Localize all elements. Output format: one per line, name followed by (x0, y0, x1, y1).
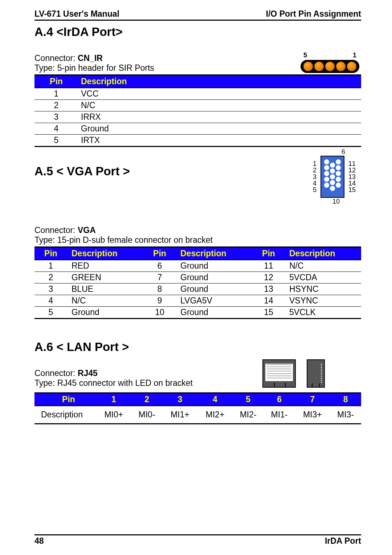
pin-icon (336, 159, 341, 164)
page-header: LV-671 User's Manual I/O Port Pin Assign… (34, 9, 361, 19)
col-pin: Pin (252, 247, 285, 260)
col-pin: 7 (295, 393, 330, 406)
col-spacer (169, 75, 361, 88)
col-pin: 5 (233, 393, 264, 406)
row-desc-label: Description (34, 406, 96, 424)
pin-icon (324, 183, 329, 188)
col-pin-label: Pin (34, 393, 96, 406)
irda-connector-body (301, 60, 359, 73)
table-row: Description MI0+ MI0- MI1+ MI2+ MI2- MI1… (34, 406, 361, 424)
pin-icon (336, 165, 341, 170)
vga-pin-label: 13 (348, 174, 356, 180)
vga-pin-label: 2 (313, 167, 317, 174)
pin-icon (324, 177, 329, 182)
irda-pin-label-5: 5 (303, 52, 307, 59)
col-desc: Description (285, 247, 361, 260)
col-pin: 4 (197, 393, 233, 406)
vga-pin-label: 4 (313, 180, 317, 187)
irda-pin-label-1: 1 (353, 52, 356, 59)
table-row: 3BLUE8Ground13HSYNC (34, 283, 361, 295)
col-pin: 8 (330, 393, 361, 406)
header-right: I/O Port Pin Assignment (266, 9, 361, 19)
col-desc: Description (78, 75, 169, 88)
irda-pin-table: Pin Description 1VCC 2N/C 3IRRX 4Ground … (34, 74, 361, 147)
col-desc: Description (176, 247, 252, 260)
vga-pin-label: 3 (313, 174, 317, 180)
vga-pin-label: 1 (313, 160, 317, 167)
vga-pin-label-6: 6 (313, 148, 356, 156)
page-footer: 48 IrDA Port (34, 534, 361, 546)
vga-connector-body (320, 156, 344, 198)
col-pin: 2 (131, 393, 163, 406)
vga-pin-table: Pin Description Pin Description Pin Desc… (34, 246, 361, 319)
col-desc: Description (67, 247, 143, 260)
a5-type-line: Type: 15-pin D-sub female connector on b… (34, 235, 361, 245)
lan-pin-table: Pin 1 2 3 4 5 6 7 8 Description MI0+ MI0… (34, 392, 361, 424)
pin-icon (324, 171, 329, 176)
vga-pin-label: 11 (348, 160, 356, 167)
header-rule (34, 20, 361, 21)
table-row: 3IRRX (34, 111, 361, 123)
pin-icon (336, 183, 341, 188)
table-row: 5Ground10Ground155VCLK (34, 307, 361, 319)
vga-pin-label: 14 (348, 180, 356, 187)
rj45-jack-icon (262, 359, 296, 388)
irda-connector-diagram: 5 1 (301, 52, 359, 73)
section-a6-title: A.6 < LAN Port > (34, 340, 361, 354)
pin-icon (330, 174, 335, 179)
vga-pin-label-10: 10 (313, 198, 356, 205)
section-a5-title: A.5 < VGA Port > (34, 164, 361, 178)
vga-pin-label: 15 (348, 187, 356, 193)
rj45-jack-icon (307, 359, 325, 388)
col-pin: 3 (162, 393, 197, 406)
pin-icon (325, 62, 335, 71)
table-row: 2N/C (34, 100, 361, 111)
vga-connector-diagram: 6 1 2 3 4 5 (313, 148, 356, 205)
pin-icon (330, 180, 335, 185)
col-pin: 1 (96, 393, 131, 406)
pin-icon (347, 62, 356, 71)
col-pin: Pin (34, 247, 67, 260)
page-number: 48 (34, 536, 44, 546)
pin-icon (330, 186, 335, 191)
pin-icon (336, 177, 341, 182)
pin-icon (324, 165, 329, 170)
a5-connector-line: Connector: VGA (34, 225, 361, 235)
table-row: 1VCC (34, 88, 361, 100)
table-row: 4Ground (34, 123, 361, 135)
pin-icon (330, 168, 335, 174)
pin-icon (336, 62, 346, 71)
table-row: 5IRTX (34, 135, 361, 147)
vga-pin-label: 12 (348, 167, 356, 174)
pin-icon (330, 163, 335, 168)
pin-icon (324, 159, 329, 164)
col-pin: Pin (143, 247, 176, 260)
pin-icon (336, 171, 341, 176)
header-left: LV-671 User's Manual (34, 9, 119, 19)
section-a4-title: A.4 <IrDA Port> (34, 25, 361, 39)
col-pin: Pin (34, 75, 78, 88)
vga-pin-label: 5 (313, 187, 317, 193)
table-row: 4N/C9LVGA5V14VSYNC (34, 295, 361, 307)
footer-section: IrDA Port (325, 536, 361, 546)
lan-connector-diagram (262, 359, 325, 388)
pin-icon (303, 62, 313, 71)
table-row: 2GREEN7Ground125VCDA (34, 272, 361, 283)
col-pin: 6 (264, 393, 295, 406)
table-row: 1RED6Ground11N/C (34, 260, 361, 272)
pin-icon (314, 62, 324, 71)
